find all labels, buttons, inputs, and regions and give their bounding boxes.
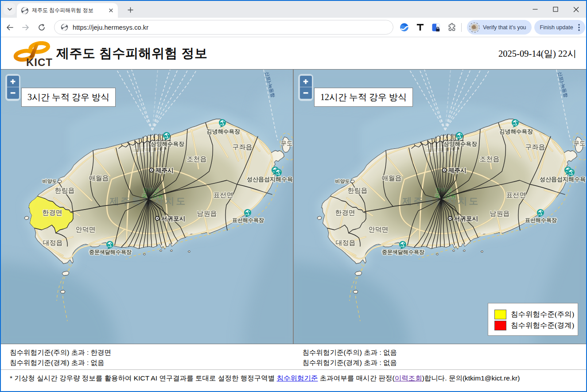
map-label: 중문색달해수욕장: [382, 249, 424, 255]
map-label: 김녕해수욕장: [500, 128, 533, 135]
close-window-button[interactable]: [566, 1, 586, 18]
zoom-out-button[interactable]: −: [7, 87, 19, 99]
map-label: 삼양해수욕장: [151, 141, 185, 147]
footer-note: * 기상청 실시간 강우량 정보를 활용하여 KICT AI 연구결과를 토대로…: [1, 370, 586, 383]
map-label: 조천읍: [187, 155, 207, 163]
page-datetime: 2025-09-14(일) 22시: [498, 47, 576, 60]
tab-search-button[interactable]: [4, 3, 16, 15]
map-3hour[interactable]: 한라산국립공원제주특별자치도: [1, 70, 293, 344]
map-label: 표선면: [506, 191, 526, 198]
minimize-icon: [533, 7, 538, 12]
map-label: 삼양해수욕장: [443, 141, 478, 147]
map-label: 구좌읍: [525, 143, 545, 151]
map-label: 중문색달해수욕장: [89, 249, 132, 255]
map-label: 성산읍섭지해수욕장: [540, 176, 586, 182]
map-label: 안덕면: [76, 225, 96, 233]
map-legend: 침수위험수준(주의) 침수위험수준(경계): [488, 303, 578, 336]
status-line: 침수위험기준(주의) 초과 : 없음: [303, 348, 587, 358]
maximize-icon: [553, 7, 558, 12]
footer-text: )합니다. 문의(ktkim1@kict.re.kr): [422, 374, 520, 382]
kict-logo: KICT: [13, 41, 54, 67]
svg-text:KICT: KICT: [26, 56, 53, 67]
extension-swirl-icon[interactable]: [396, 20, 412, 35]
status-3hour: 침수위험기준(주의) 초과 : 한경면 침수위험기준(경계) 초과 : 없음: [1, 348, 294, 368]
tab-title: 제주도 침수피해위험 정보: [32, 7, 107, 14]
map-label: 대정읍: [336, 239, 356, 246]
forward-button[interactable]: [19, 21, 32, 34]
map-label: 애월읍: [89, 174, 109, 182]
maximize-button[interactable]: [545, 1, 566, 18]
window-controls: [525, 1, 586, 18]
verify-chip-label: Verify that it's you: [483, 24, 526, 31]
legend-swatch-yellow: [494, 310, 506, 319]
map-label: 남원읍: [197, 210, 217, 217]
tab-favicon-globe-icon: [21, 7, 28, 14]
map-label: 조천읍: [480, 155, 500, 163]
puzzle-icon: [447, 23, 456, 32]
footer-text: * 기상청 실시간 강우량 정보를 활용하여 KICT AI 연구결과를 토대로…: [10, 374, 277, 382]
svg-text:서귀포시: 서귀포시: [161, 215, 185, 222]
browser-window: 제주도 침수피해위험 정보: [0, 0, 587, 392]
legend-swatch-red: [494, 321, 506, 330]
map-label: 우도: [574, 140, 586, 147]
map-label: 구좌읍: [233, 143, 253, 151]
new-tab-button[interactable]: [124, 4, 136, 16]
flood-criteria-link[interactable]: 침수위험기준: [277, 374, 318, 382]
map-label: 대정읍: [43, 239, 63, 246]
plus-icon: [128, 7, 133, 13]
forward-arrow-icon: [22, 23, 30, 31]
address-bar[interactable]: https://jeju.hermesys.co.kr: [54, 20, 393, 35]
reload-icon: [38, 23, 46, 31]
map-label: 안덕면: [369, 225, 389, 233]
extensions-menu-button[interactable]: [444, 20, 460, 35]
chevron-down-icon: [7, 7, 12, 12]
status-line: 침수위험기준(경계) 초과 : 없음: [10, 358, 294, 368]
svg-text:서귀포시: 서귀포시: [454, 215, 478, 222]
browser-tab[interactable]: 제주도 침수피해위험 정보: [17, 3, 118, 18]
zoom-in-button[interactable]: +: [7, 76, 19, 87]
swirl-icon: [400, 23, 409, 32]
tab-strip: 제주도 침수피해위험 정보: [1, 1, 586, 18]
verify-identity-chip[interactable]: Verify that it's you: [467, 20, 532, 35]
map-label: 남원읍: [490, 210, 510, 217]
finish-update-chip[interactable]: Finish update: [534, 20, 585, 35]
legend-label: 침수위험수준(주의): [511, 310, 574, 319]
map-label: 표선해수욕장: [232, 217, 264, 223]
zoom-in-button[interactable]: +: [300, 76, 312, 87]
map-label: 한경면: [335, 209, 355, 216]
zoom-control: + −: [5, 74, 20, 101]
back-arrow-icon: [6, 23, 14, 31]
map-caption-12hour: 12시간 누적 강우 방식: [314, 88, 413, 107]
svg-text:제주시: 제주시: [448, 167, 466, 174]
map-12hour[interactable]: 한라산국립공원제주특별자치도: [294, 70, 586, 344]
map-label: 애월읍: [382, 174, 402, 182]
maps-row: 한라산국립공원제주특별자치도: [1, 69, 586, 344]
map-label: 표선면: [214, 191, 233, 198]
map-label: 한림읍: [348, 186, 368, 194]
reload-button[interactable]: [35, 21, 48, 34]
extension-t-icon[interactable]: [412, 20, 428, 35]
legend-label: 침수위험수준(경계): [511, 321, 574, 330]
zoom-out-button[interactable]: −: [300, 87, 312, 99]
status-line: 침수위험기준(주의) 초과 : 한경면: [10, 348, 294, 358]
avatar: [469, 22, 480, 33]
extension-reader-icon[interactable]: [428, 20, 444, 35]
avatar-icon: [469, 22, 480, 33]
svg-text:제주시: 제주시: [155, 167, 174, 174]
url-text: https://jeju.hermesys.co.kr: [73, 24, 148, 31]
page-title: 제주도 침수피해위험 정보: [56, 45, 208, 62]
back-button[interactable]: [3, 21, 16, 34]
status-area: 침수위험기준(주의) 초과 : 한경면 침수위험기준(경계) 초과 : 없음 침…: [1, 344, 586, 383]
map-label: 우도: [281, 140, 293, 147]
minimize-button[interactable]: [525, 1, 545, 18]
site-globe-icon: [61, 23, 68, 31]
close-icon: [573, 7, 579, 12]
update-chip-label: Finish update: [540, 24, 573, 31]
history-link[interactable]: 이력조회: [395, 374, 422, 382]
extension-icons: [396, 20, 460, 35]
tab-close-button[interactable]: [107, 7, 114, 14]
toolbar-divider: [461, 23, 462, 32]
kebab-menu-icon: [578, 24, 580, 31]
legend-row-warning: 침수위험수준(주의): [494, 309, 578, 320]
status-line: 침수위험기준(경계) 초과 : 없음: [303, 358, 587, 368]
